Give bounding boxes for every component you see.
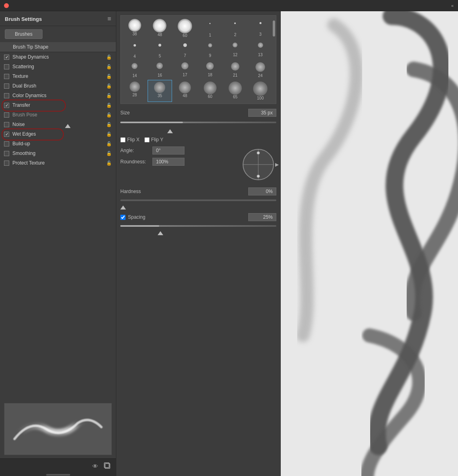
preset-48[interactable]: 48 [148, 17, 172, 39]
build-up-checkbox[interactable] [4, 141, 9, 146]
texture-checkbox[interactable] [4, 74, 9, 79]
hardness-slider-row [120, 197, 276, 203]
color-dynamics-label: Color Dynamics [12, 93, 106, 98]
size-slider-track[interactable] [120, 122, 276, 123]
preset-28[interactable]: 28 [122, 80, 147, 102]
grid-scrollbar-thumb[interactable] [273, 20, 275, 37]
preset-100[interactable]: 100 [248, 80, 273, 102]
new-document-icon[interactable] [104, 462, 110, 470]
close-button[interactable] [4, 3, 9, 8]
dual-brush-lock: 🔓 [106, 83, 112, 89]
spacing-checkbox[interactable] [120, 215, 126, 220]
sidebar-item-texture[interactable]: Texture 🔓 [0, 71, 116, 81]
preset-5[interactable]: 5 [148, 40, 172, 60]
size-label: Size [120, 110, 248, 116]
shape-dynamics-label: Shape Dynamics [12, 54, 106, 60]
angle-value[interactable]: 0° [152, 146, 184, 155]
flip-x-checkbox[interactable] [120, 137, 126, 142]
scattering-label: Scattering [12, 64, 106, 69]
preset-17[interactable]: 17 [172, 61, 197, 79]
spacing-slider-track[interactable] [120, 225, 276, 227]
smoothing-label: Smoothing [12, 151, 106, 156]
protect-texture-checkbox[interactable] [4, 161, 9, 166]
wheel-bottom-dot[interactable] [257, 175, 260, 178]
sidebar-item-transfer[interactable]: ✓ Transfer 🔓 [0, 100, 116, 110]
hardness-slider-track[interactable] [120, 199, 276, 201]
preset-4[interactable]: 4 [122, 40, 147, 60]
size-value[interactable]: 35 px [248, 109, 276, 117]
grid-scrollbar[interactable] [273, 17, 275, 102]
noise-checkbox[interactable] [4, 122, 9, 127]
angle-section: Angle: 0° Roundness: 100% [120, 146, 276, 183]
smoothing-checkbox[interactable] [4, 151, 9, 156]
flip-y-checkbox[interactable] [144, 137, 150, 142]
size-slider-row [120, 118, 276, 126]
preset-65[interactable]: 65 [223, 80, 248, 102]
panel-menu-icon[interactable]: ≡ [107, 15, 111, 22]
sidebar-item-build-up[interactable]: Build-up 🔓 [0, 139, 116, 148]
color-dynamics-checkbox[interactable] [4, 93, 9, 98]
wet-edges-checkbox[interactable]: ✓ [4, 132, 9, 137]
hardness-row: Hardness 0% [120, 187, 276, 195]
preset-38[interactable]: 38 [122, 17, 147, 39]
preset-9[interactable]: 9 [198, 40, 223, 60]
dual-brush-checkbox[interactable] [4, 83, 9, 89]
color-dynamics-lock: 🔓 [106, 93, 112, 98]
brush-presets-grid: 38 48 60 1 2 [120, 15, 276, 104]
preset-60b[interactable]: 60 [198, 80, 223, 102]
svg-marker-4 [120, 205, 126, 210]
bottom-toolbar: 👁 [0, 458, 116, 474]
preset-14[interactable]: 14 [122, 61, 147, 79]
brush-pose-lock: 🔓 [106, 112, 112, 118]
preset-60[interactable]: 60 [172, 17, 197, 39]
transfer-lock: 🔓 [106, 103, 112, 108]
preset-13[interactable]: 13 [248, 40, 273, 60]
preset-2[interactable]: 2 [223, 17, 248, 39]
hardness-value[interactable]: 0% [248, 187, 276, 195]
sidebar-item-noise[interactable]: Noise 🔓 [0, 120, 116, 129]
scrollbar-thumb[interactable] [46, 474, 70, 476]
scattering-checkbox[interactable] [4, 64, 9, 69]
noise-label: Noise [12, 122, 106, 127]
sidebar-item-protect-texture[interactable]: Protect Texture 🔓 [0, 158, 116, 168]
collapse-icon[interactable]: « [451, 3, 454, 8]
sidebar-item-color-dynamics[interactable]: Color Dynamics 🔓 [0, 91, 116, 100]
preset-24[interactable]: 24 [248, 61, 273, 79]
sidebar-item-brush-pose[interactable]: Brush Pose 🔓 [0, 110, 116, 120]
wheel-top-dot[interactable] [257, 151, 260, 155]
sidebar-item-wet-edges[interactable]: ✓ Wet Edges 🔓 [0, 129, 116, 139]
brush-tip-shape-label: Brush Tip Shape [13, 44, 49, 50]
eye-icon[interactable]: 👁 [92, 463, 98, 470]
transfer-checkbox[interactable]: ✓ [4, 103, 9, 108]
wet-edges-lock: 🔓 [106, 132, 112, 137]
preset-7[interactable]: 7 [172, 40, 197, 60]
preset-48b[interactable]: 48 [172, 80, 197, 102]
sidebar-item-shape-dynamics[interactable]: ✓ Shape Dynamics 🔓 [0, 52, 116, 62]
preset-3[interactable]: 3 [248, 17, 273, 39]
preset-16[interactable]: 16 [148, 61, 172, 79]
preset-1[interactable]: 1 [198, 17, 223, 39]
angle-wheel[interactable]: ▶ [240, 146, 276, 183]
sidebar-item-smoothing[interactable]: Smoothing 🔓 [0, 148, 116, 158]
wheel-arrow: ▶ [275, 162, 279, 167]
shape-dynamics-checkbox[interactable]: ✓ [4, 55, 9, 60]
protect-texture-label: Protect Texture [12, 160, 106, 166]
middle-panel: 38 48 60 1 2 [116, 11, 281, 476]
sidebar-item-brush-tip-shape[interactable]: Brush Tip Shape [0, 42, 116, 52]
roundness-value[interactable]: 100% [152, 158, 184, 166]
sidebar-item-scattering[interactable]: Scattering 🔓 [0, 62, 116, 71]
roundness-row: Roundness: 100% [120, 158, 236, 166]
preset-12[interactable]: 12 [223, 40, 248, 60]
brush-pose-checkbox[interactable] [4, 112, 9, 118]
texture-label: Texture [12, 73, 106, 79]
brushes-button[interactable]: Brushes [5, 29, 43, 39]
svg-marker-3 [167, 129, 173, 133]
dual-brush-label: Dual Brush [12, 83, 106, 89]
preset-21[interactable]: 21 [223, 61, 248, 79]
preset-18[interactable]: 18 [198, 61, 223, 79]
flip-y-label: Flip Y [151, 137, 163, 142]
sidebar-list: Brush Tip Shape ✓ Shape Dynamics 🔓 Scatt… [0, 42, 116, 400]
sidebar-item-dual-brush[interactable]: Dual Brush 🔓 [0, 81, 116, 91]
preset-35-selected[interactable]: 35 [148, 80, 172, 102]
spacing-value[interactable]: 25% [248, 213, 276, 221]
